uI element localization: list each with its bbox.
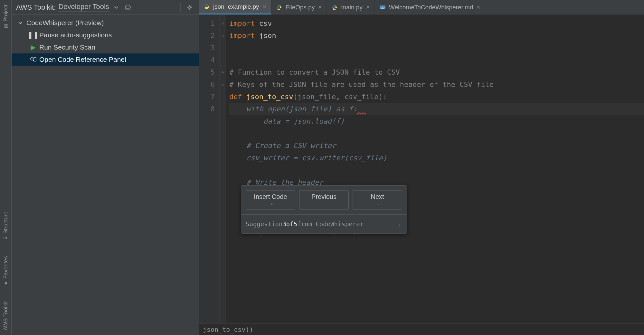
editor-body[interactable]: 1 2 3 4 5 6 7 8 ⊖ ⊖ ⊖ ⊖ import csv impor… [199,15,644,323]
tab-json-example[interactable]: json_example.py ✕ [199,0,271,14]
previous-button[interactable]: Previous ← [299,190,349,210]
close-icon[interactable]: ✕ [262,4,267,10]
next-button[interactable]: Next → [353,190,402,210]
arrow-left-icon: ← [322,201,327,207]
star-icon: ★ [3,281,8,285]
gear-icon[interactable] [185,3,194,12]
tab-main[interactable]: main.py ✕ [327,0,375,14]
python-icon [204,4,210,10]
left-tool-strip: ▤ Project ⠿ Structure ★ Favorites AWS To… [0,0,12,335]
python-icon [276,4,282,11]
tool-strip-favorites[interactable]: ★ Favorites [0,253,11,289]
tool-strip-aws[interactable]: AWS Toolkit [0,298,11,334]
close-icon[interactable]: ✕ [476,4,480,10]
suggestion-status: Suggestion 3 of 5 from CodeWhisperer ⋮ [241,214,407,233]
fold-icon[interactable]: ⊖ [220,17,226,30]
insert-code-button[interactable]: Insert Code ⇥ [246,190,295,210]
folder-icon: ▤ [3,24,8,28]
chevron-down-icon[interactable] [112,3,121,12]
close-icon[interactable]: ✕ [366,4,370,10]
suggestion-popup: Insert Code ⇥ Previous ← Next → Suggesti… [241,185,407,234]
svg-point-2 [128,6,129,7]
fold-icon[interactable]: ⊖ [220,66,226,79]
more-icon[interactable]: ⋮ [396,218,402,230]
editor-area: json_example.py ✕ FileOps.py ✕ main.py ✕… [199,0,644,335]
svg-point-1 [127,6,127,7]
tab-fileops[interactable]: FileOps.py ✕ [271,0,327,14]
tree-open-code-reference[interactable]: Open Code Reference Panel [12,53,199,66]
structure-icon: ⠿ [3,237,8,240]
close-icon[interactable]: ✕ [318,4,322,10]
line-gutter: 1 2 3 4 5 6 7 8 [199,15,220,323]
fold-icon[interactable]: ⊖ [220,79,226,91]
markdown-icon: MD [379,4,386,11]
python-icon [331,4,338,11]
tool-strip-project[interactable]: ▤ Project [0,1,11,32]
tree-run-security-scan[interactable]: ▶ Run Security Scan [12,41,199,53]
svg-text:MD: MD [381,6,385,9]
tab-key-icon: ⇥ [269,201,273,207]
breadcrumb[interactable]: json_to_csv() [199,323,644,335]
code-content[interactable]: import csv import json # Function to con… [226,15,644,323]
sidebar-subtitle[interactable]: Developer Tools [58,3,109,12]
smile-icon[interactable] [123,3,132,12]
editor-tabs: json_example.py ✕ FileOps.py ✕ main.py ✕… [199,0,644,15]
fold-column: ⊖ ⊖ ⊖ ⊖ [220,15,226,323]
fold-icon[interactable]: ⊖ [220,30,226,42]
sidebar-panel: AWS Toolkit: Developer Tools CodeWhisper… [12,0,199,335]
chevron-down-icon [17,21,24,25]
svg-rect-6 [34,58,36,61]
svg-point-4 [31,58,33,60]
tab-welcome-md[interactable]: MD WelcomeToCodeWhisperer.md ✕ [375,0,486,14]
tree-root[interactable]: CodeWhisperer (Preview) [12,17,199,29]
tool-strip-structure[interactable]: ⠿ Structure [0,208,11,244]
reference-icon [30,57,37,62]
svg-point-3 [189,6,191,8]
arrow-right-icon: → [375,201,380,207]
svg-point-0 [125,5,130,10]
sidebar-header: AWS Toolkit: Developer Tools [12,0,199,15]
tree-pause-suggestions[interactable]: ❚❚ Pause auto-suggestions [12,29,199,41]
sidebar-title: AWS Toolkit: [16,3,56,12]
sidebar-tree: CodeWhisperer (Preview) ❚❚ Pause auto-su… [12,15,199,68]
play-icon: ▶ [30,43,37,51]
pause-icon: ❚❚ [30,31,37,39]
